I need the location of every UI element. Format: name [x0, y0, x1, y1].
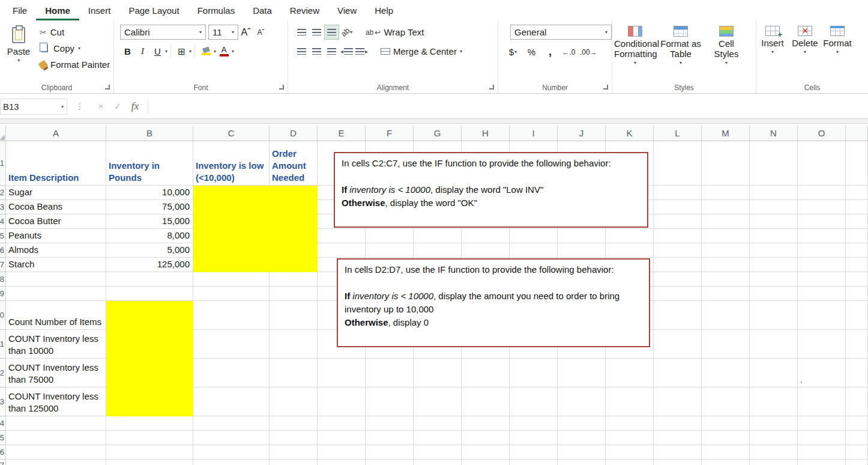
- cell[interactable]: [366, 431, 414, 445]
- cell[interactable]: [798, 258, 846, 272]
- cell-O12[interactable]: .: [798, 359, 846, 388]
- cell[interactable]: [193, 388, 270, 416]
- cell[interactable]: [318, 460, 366, 465]
- cell[interactable]: [750, 186, 798, 200]
- cell-A6[interactable]: Almods: [6, 243, 106, 258]
- cell[interactable]: [702, 200, 750, 214]
- instruction-box-d2d7[interactable]: In cells D2:D7, use the IF function to p…: [337, 258, 650, 347]
- cell[interactable]: [702, 272, 750, 287]
- column-header-F[interactable]: F: [366, 126, 414, 141]
- underline-button[interactable]: U: [150, 44, 165, 59]
- column-header-C[interactable]: C: [193, 126, 270, 141]
- row-header-7[interactable]: 7: [0, 258, 6, 272]
- row-header-4[interactable]: 4: [0, 214, 6, 229]
- cell-B6[interactable]: 5,000: [106, 243, 193, 258]
- cell[interactable]: [750, 243, 798, 258]
- cell[interactable]: [606, 359, 654, 388]
- row-header-5[interactable]: 5: [0, 229, 6, 243]
- number-dialog-launcher-icon[interactable]: [603, 85, 608, 90]
- cell[interactable]: [702, 301, 750, 330]
- row-header-6[interactable]: 6: [0, 243, 6, 258]
- row-header-17[interactable]: 17: [0, 460, 6, 465]
- cell-B3[interactable]: 75,000: [106, 200, 193, 214]
- font-color-button[interactable]: A: [216, 44, 232, 59]
- merge-center-button[interactable]: Merge & Center ▾: [378, 44, 465, 59]
- column-header-L[interactable]: L: [654, 126, 702, 141]
- cell[interactable]: [414, 243, 462, 258]
- cell[interactable]: [846, 287, 868, 301]
- cell[interactable]: [702, 431, 750, 445]
- cell[interactable]: [193, 359, 270, 388]
- tab-insert[interactable]: Insert: [79, 0, 120, 20]
- cell[interactable]: [654, 186, 702, 200]
- cell[interactable]: [798, 460, 846, 465]
- increase-indent-button[interactable]: ▸: [354, 44, 369, 59]
- cell[interactable]: [366, 445, 414, 460]
- cell[interactable]: [702, 359, 750, 388]
- cell[interactable]: [750, 258, 798, 272]
- cell[interactable]: [702, 388, 750, 416]
- cell[interactable]: [846, 359, 868, 388]
- column-header-M[interactable]: M: [702, 126, 750, 141]
- cell[interactable]: [846, 431, 868, 445]
- cell[interactable]: [798, 229, 846, 243]
- cell[interactable]: [750, 272, 798, 287]
- cell[interactable]: [702, 416, 750, 431]
- cell[interactable]: [106, 388, 193, 416]
- cell-A13[interactable]: COUNT Inventory less than 125000: [6, 388, 106, 416]
- tab-home[interactable]: Home: [36, 0, 79, 20]
- cell[interactable]: [462, 416, 510, 431]
- cell-A2[interactable]: Sugar: [6, 186, 106, 200]
- cell[interactable]: [558, 460, 606, 465]
- cell[interactable]: [750, 229, 798, 243]
- cell[interactable]: [270, 287, 318, 301]
- cell[interactable]: [750, 200, 798, 214]
- tab-page-layout[interactable]: Page Layout: [119, 0, 188, 20]
- cell[interactable]: [462, 460, 510, 465]
- cell-A3[interactable]: Cocoa Beans: [6, 200, 106, 214]
- decrease-indent-button[interactable]: ◂: [339, 44, 354, 59]
- cell[interactable]: [414, 431, 462, 445]
- row-header-2[interactable]: 2: [0, 186, 6, 200]
- cell[interactable]: [750, 431, 798, 445]
- cell[interactable]: [606, 229, 654, 243]
- cell[interactable]: [798, 200, 846, 214]
- font-size-select[interactable]: 11 ▾: [208, 25, 238, 40]
- font-name-select[interactable]: Calibri ▾: [120, 25, 206, 40]
- column-header-I[interactable]: I: [510, 126, 558, 141]
- cell[interactable]: [106, 460, 193, 465]
- font-dialog-launcher-icon[interactable]: [279, 85, 284, 90]
- cell[interactable]: [654, 214, 702, 229]
- tab-data[interactable]: Data: [244, 0, 281, 20]
- align-center-button[interactable]: [309, 44, 324, 59]
- decrease-decimal-button[interactable]: .00→: [580, 44, 597, 59]
- column-header-G[interactable]: G: [414, 126, 462, 141]
- italic-button[interactable]: I: [135, 44, 150, 59]
- row-header-9[interactable]: 9: [0, 287, 6, 301]
- format-as-table-button[interactable]: Format as Table ▾: [658, 20, 704, 65]
- cell[interactable]: [654, 359, 702, 388]
- cell[interactable]: [270, 388, 318, 416]
- cancel-icon[interactable]: ×: [92, 101, 109, 111]
- cell[interactable]: [6, 431, 106, 445]
- cell[interactable]: [846, 186, 868, 200]
- cell[interactable]: [414, 445, 462, 460]
- chevron-down-icon[interactable]: ▾: [189, 49, 191, 54]
- cell[interactable]: [846, 200, 868, 214]
- cut-button[interactable]: ✂ Cut: [37, 24, 112, 40]
- row-header-1[interactable]: 1: [0, 141, 6, 186]
- cell[interactable]: [606, 416, 654, 431]
- cell-A5[interactable]: Peanuts: [6, 229, 106, 243]
- cell[interactable]: [193, 416, 270, 431]
- accounting-format-button[interactable]: $ ▾: [505, 44, 520, 59]
- cell[interactable]: [798, 272, 846, 287]
- cell[interactable]: [193, 243, 270, 258]
- cell[interactable]: [750, 460, 798, 465]
- align-top-button[interactable]: [294, 25, 309, 40]
- cell[interactable]: [270, 301, 318, 330]
- insert-cells-button[interactable]: + Insert ▾: [756, 20, 789, 55]
- cell[interactable]: [318, 431, 366, 445]
- row-header-11[interactable]: 11: [0, 330, 6, 359]
- cell[interactable]: [798, 287, 846, 301]
- cell[interactable]: [654, 243, 702, 258]
